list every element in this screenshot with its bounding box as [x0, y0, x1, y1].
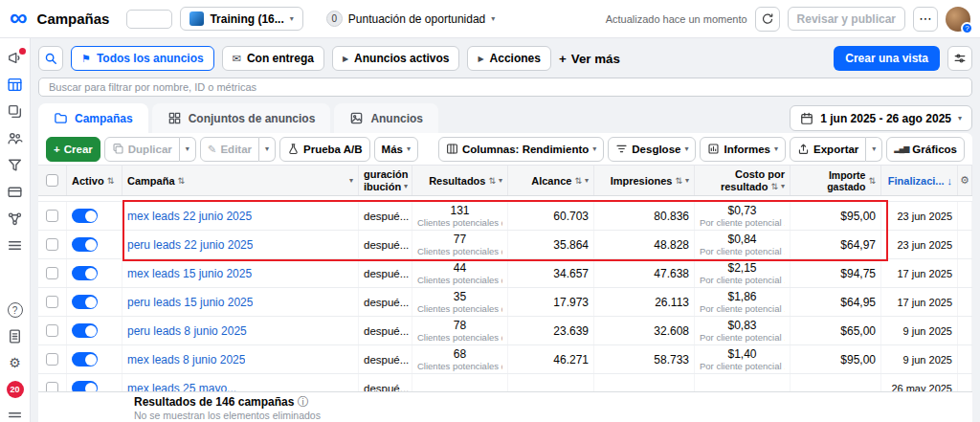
sidebar-item-all-tools[interactable] [7, 237, 24, 254]
sidebar-item-posts[interactable] [7, 103, 24, 120]
sort-icon[interactable]: ⇅ [770, 182, 778, 191]
ab-test-button[interactable]: Prueba A/B [279, 137, 370, 162]
sidebar-item-notifications[interactable] [7, 50, 24, 66]
sidebar-item-audiences[interactable] [7, 130, 24, 146]
column-header-active[interactable]: Activo ⇅ [67, 166, 122, 195]
sidebar-item-campaigns[interactable] [7, 77, 24, 93]
campaign-name-link[interactable]: peru leads 15 junio 2025 [127, 296, 253, 309]
active-toggle[interactable] [72, 237, 98, 252]
opportunity-score-dropdown[interactable]: 0 Puntuación de oportunidad ▾ [326, 11, 495, 27]
row-checkbox[interactable] [46, 296, 58, 308]
gear-icon[interactable]: ⚙ [960, 174, 969, 187]
filter-chip-delivery[interactable]: ✉ Con entrega [222, 46, 324, 71]
filter-caret-icon[interactable]: ▾ [404, 182, 408, 190]
results-cell: 78Clientes potenciales d... [412, 317, 508, 344]
sort-icon[interactable]: ⇅ [675, 176, 682, 186]
filter-chip-active-ads[interactable]: ▶ Anuncios activos [332, 46, 460, 71]
edit-button[interactable]: ✎ Editar [200, 137, 259, 162]
date-range-picker[interactable]: 1 jun 2025 - 26 ago 2025 ▾ [790, 105, 972, 131]
sidebar-item-alerts[interactable]: 20 [7, 381, 24, 398]
filter-caret-icon[interactable]: ▾ [499, 176, 502, 185]
campaign-name-link[interactable]: mex leads 8 junio 2025 [127, 353, 245, 366]
sort-icon[interactable]: ⇅ [488, 176, 496, 186]
row-checkbox[interactable] [46, 238, 58, 251]
campaign-name-link[interactable]: peru leads 22 junio 2025 [127, 238, 253, 252]
duplicate-caret-button[interactable]: ▾ [180, 137, 196, 162]
charts-button[interactable]: ▂▄▆ Gráficos [886, 137, 965, 162]
reports-button[interactable]: Informes ▾ [700, 137, 786, 162]
create-view-button[interactable]: Crear una vista [834, 46, 940, 71]
sidebar-item-docs[interactable] [7, 328, 24, 344]
column-header-amount-spent[interactable]: Importe gastado ⇅ [791, 166, 881, 195]
sort-icon[interactable]: ⇅ [868, 176, 876, 186]
campaign-name-link[interactable]: mex leads 25 mayo... [127, 382, 236, 392]
sort-icon[interactable]: ⇅ [107, 176, 115, 186]
see-more-button[interactable]: + Ver más [559, 52, 620, 66]
select-all-checkbox[interactable] [46, 174, 58, 187]
active-toggle[interactable] [72, 295, 98, 309]
export-caret-button[interactable]: ▾ [866, 137, 882, 162]
sidebar-item-bottom[interactable] [7, 409, 24, 422]
row-checkbox[interactable] [46, 267, 58, 279]
column-header-results[interactable]: Resultados ⇅ ▾ [412, 166, 508, 195]
breakdown-button[interactable]: Desglose ▾ [608, 137, 696, 162]
quick-search-box[interactable] [126, 10, 172, 29]
sort-icon[interactable]: ⇅ [574, 176, 582, 186]
search-button[interactable] [38, 46, 63, 71]
sort-icon[interactable]: ⇅ [178, 176, 186, 186]
refresh-button[interactable] [755, 7, 780, 32]
review-publish-button[interactable]: Revisar y publicar [788, 7, 905, 31]
active-toggle[interactable] [72, 209, 98, 223]
column-header-attribution[interactable]: guración ibución▾ [359, 166, 412, 195]
column-header-end-date[interactable]: Finalizaci... ↓ [881, 166, 958, 195]
create-button[interactable]: + Crear [46, 137, 100, 162]
chevron-down-icon: ▾ [958, 114, 962, 122]
last-updated-text: Actualizado hace un momento [606, 13, 747, 25]
tab-campaigns[interactable]: Campañas [38, 103, 148, 133]
row-checkbox[interactable] [46, 353, 58, 366]
column-header-reach[interactable]: Alcance ⇅ ▾ [508, 166, 594, 195]
row-checkbox[interactable] [46, 210, 58, 222]
filter-settings-button[interactable] [947, 46, 972, 71]
filter-caret-icon[interactable]: ▾ [781, 182, 785, 190]
active-toggle[interactable] [72, 381, 98, 391]
edit-caret-button[interactable]: ▾ [259, 137, 276, 162]
active-toggle[interactable] [72, 352, 98, 366]
filter-chip-all-ads[interactable]: ⚑ Todos los anuncios [71, 46, 214, 71]
campaign-name-link[interactable]: mex leads 15 junio 2025 [127, 267, 252, 280]
sidebar-item-help[interactable]: ? [7, 302, 24, 318]
campaign-name-link[interactable]: peru leads 8 junio 2025 [127, 324, 247, 338]
active-toggle[interactable] [72, 266, 98, 280]
sidebar-item-billing[interactable] [7, 184, 24, 200]
duplicate-button[interactable]: Duplicar [104, 137, 180, 162]
sorted-desc-icon: ↓ [947, 175, 953, 187]
account-selector[interactable]: Training (16... ▾ [180, 7, 302, 31]
export-button[interactable]: Exportar [790, 137, 866, 162]
sidebar-item-events[interactable] [7, 211, 24, 227]
sidebar-item-segments[interactable] [7, 157, 24, 173]
filter-chip-actions[interactable]: ▶ Acciones [467, 46, 551, 71]
active-toggle[interactable] [72, 323, 98, 338]
campaign-name-link[interactable]: mex leads 22 junio 2025 [127, 210, 252, 223]
row-checkbox[interactable] [46, 324, 58, 337]
columns-button[interactable]: Columnas: Rendimiento ▾ [438, 137, 604, 162]
more-menu-button[interactable]: Más ▾ [374, 137, 418, 162]
sidebar-item-settings[interactable]: ⚙ [7, 355, 24, 370]
filter-caret-icon[interactable]: ▾ [685, 176, 689, 185]
column-header-impressions[interactable]: Impresiones ⇅ ▾ [594, 166, 695, 195]
more-options-button[interactable]: ⋯ [913, 7, 938, 32]
row-checkbox[interactable] [46, 382, 58, 391]
column-header-campaign[interactable]: Campaña ⇅ ▾ [122, 166, 359, 195]
tab-ads[interactable]: Anuncios [334, 103, 438, 133]
filter-caret-icon[interactable]: ▾ [585, 176, 589, 185]
select-all-cell [38, 166, 67, 195]
column-header-cost-per-result[interactable]: Costo por resultado⇅▾ [695, 166, 791, 195]
edit-split-button: ✎ Editar ▾ [200, 137, 276, 162]
avatar[interactable]: ? [946, 7, 970, 32]
table-search-input[interactable] [38, 78, 972, 97]
amount-spent-cell [791, 374, 881, 391]
results-cell [412, 374, 508, 391]
tab-ad-sets[interactable]: Conjuntos de anuncios [152, 103, 331, 133]
info-icon[interactable]: ⓘ [298, 395, 309, 409]
filter-caret-icon[interactable]: ▾ [349, 176, 353, 185]
